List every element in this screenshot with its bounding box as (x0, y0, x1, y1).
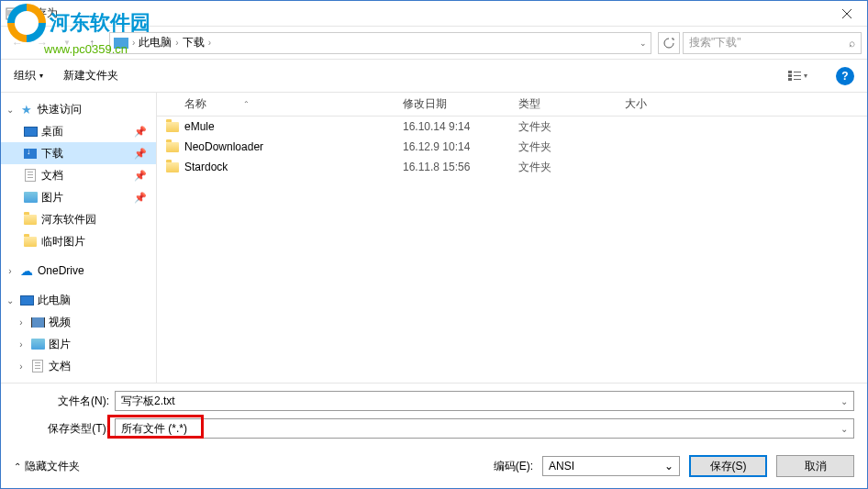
file-name: Stardock (184, 161, 228, 173)
pin-icon: 📌 (134, 192, 147, 204)
breadcrumb-root[interactable]: 此电脑 (139, 35, 172, 50)
chevron-right-icon[interactable]: › (16, 361, 27, 372)
video-icon (31, 317, 45, 328)
column-date[interactable]: 修改日期 (394, 96, 509, 112)
bottom-panel: 文件名(N): 写字板2.txt ⌄ 保存类型(T): 所有文件 (*.*) ⌄… (1, 383, 867, 488)
help-button[interactable]: ? (836, 67, 854, 85)
main-area: ⌄ ★ 快速访问 桌面 📌 下载 📌 文档 📌 图片 (1, 93, 867, 383)
hide-folders-button[interactable]: ⌃ 隐藏文件夹 (14, 459, 80, 474)
pictures-icon (31, 339, 45, 350)
search-input[interactable]: 搜索"下载" ⌕ (683, 32, 862, 54)
chevron-right-icon[interactable]: › (16, 317, 27, 328)
chevron-down-icon[interactable]: ⌄ (5, 295, 16, 306)
svg-rect-4 (794, 72, 801, 72)
column-label: 大小 (625, 97, 647, 110)
desktop-icon (24, 127, 38, 137)
view-options-button[interactable]: ▾ (779, 65, 816, 87)
filename-label: 文件名(N): (14, 394, 115, 409)
tree-label: 此电脑 (38, 293, 71, 308)
tree-pictures2[interactable]: › 图片 (1, 333, 156, 355)
title-bar: 另存为 (1, 1, 867, 27)
column-label: 修改日期 (403, 97, 447, 110)
new-folder-button[interactable]: 新建文件夹 (63, 68, 118, 83)
svg-rect-3 (788, 78, 792, 81)
folder-icon (166, 162, 179, 172)
save-label: 保存(S) (710, 459, 747, 474)
nav-recent-button[interactable]: ▼ (56, 32, 78, 54)
file-name: eMule (184, 120, 215, 133)
folder-icon (166, 122, 179, 132)
encoding-value: ANSI (549, 460, 574, 472)
close-icon (842, 9, 851, 18)
chevron-right-icon[interactable]: › (5, 266, 16, 276)
hide-folders-label: 隐藏文件夹 (25, 459, 80, 474)
tree-label: 文档 (49, 359, 71, 374)
file-type: 文件夹 (509, 119, 616, 135)
file-row[interactable]: Stardock 16.11.8 15:56 文件夹 (157, 157, 867, 177)
chevron-right-icon[interactable]: › (16, 339, 27, 350)
filetype-select[interactable]: 所有文件 (*.*) ⌄ (115, 418, 854, 439)
organize-button[interactable]: 组织 ▾ (14, 68, 43, 83)
close-button[interactable] (826, 1, 867, 27)
window-title: 另存为 (25, 6, 58, 21)
column-size[interactable]: 大小 (616, 96, 689, 112)
chevron-down-icon[interactable]: ⌄ (840, 396, 848, 406)
refresh-icon (663, 38, 674, 49)
tree-onedrive[interactable]: › ☁ OneDrive (1, 260, 156, 282)
save-button[interactable]: 保存(S) (689, 455, 767, 477)
tree-hedong[interactable]: 河东软件园 (1, 208, 156, 230)
file-type: 文件夹 (509, 160, 616, 175)
column-label: 类型 (518, 97, 540, 110)
tree-pictures[interactable]: 图片 📌 (1, 186, 156, 208)
filetype-label: 保存类型(T): (14, 421, 115, 437)
breadcrumb-current[interactable]: 下载 (183, 35, 205, 50)
file-row[interactable]: NeoDownloader 16.12.9 10:14 文件夹 (157, 137, 867, 157)
cancel-button[interactable]: 取消 (776, 455, 854, 477)
chevron-down-icon[interactable]: ⌄ (5, 105, 16, 115)
downloads-icon (24, 149, 37, 159)
tree-documents[interactable]: 文档 📌 (1, 164, 156, 186)
chevron-down-icon[interactable]: ⌄ (840, 424, 848, 434)
svg-rect-6 (794, 79, 801, 80)
tree-quick-access[interactable]: ⌄ ★ 快速访问 (1, 98, 156, 120)
encoding-select[interactable]: ANSI ⌄ (542, 456, 680, 476)
sort-indicator-icon: ⌃ (243, 100, 250, 108)
filetype-value: 所有文件 (*.*) (121, 421, 187, 437)
tree-downloads[interactable]: 下载 📌 (1, 142, 156, 164)
address-bar[interactable]: › 此电脑 › 下载 › ⌄ (109, 32, 651, 54)
pictures-icon (24, 192, 38, 203)
tree-this-pc[interactable]: ⌄ 此电脑 (1, 289, 156, 311)
filename-input[interactable]: 写字板2.txt ⌄ (115, 391, 854, 411)
cancel-label: 取消 (805, 459, 827, 474)
app-icon (5, 6, 19, 21)
chevron-down-icon[interactable]: ⌄ (640, 39, 647, 48)
file-date: 16.12.9 10:14 (394, 140, 509, 153)
search-icon: ⌕ (849, 37, 855, 50)
file-row[interactable]: eMule 16.10.14 9:14 文件夹 (157, 117, 867, 137)
column-name[interactable]: 名称 ⌃ (157, 96, 394, 112)
file-name: NeoDownloader (184, 140, 263, 153)
nav-back-button[interactable]: ← (6, 32, 28, 54)
file-list[interactable]: 名称 ⌃ 修改日期 类型 大小 eMule 16.10.14 9:14 文件夹 … (157, 93, 867, 383)
tree-temp-pic[interactable]: 临时图片 (1, 230, 156, 252)
file-type: 文件夹 (509, 139, 616, 155)
star-icon: ★ (19, 102, 34, 117)
nav-forward-button[interactable]: → (31, 32, 53, 54)
chevron-right-icon: › (175, 38, 178, 48)
navigation-tree[interactable]: ⌄ ★ 快速访问 桌面 📌 下载 📌 文档 📌 图片 (1, 93, 157, 383)
tree-desktop[interactable]: 桌面 📌 (1, 120, 156, 142)
view-icon (788, 71, 801, 82)
tree-video[interactable]: › 视频 (1, 311, 156, 333)
new-folder-label: 新建文件夹 (63, 68, 118, 83)
svg-rect-5 (794, 75, 801, 76)
save-as-dialog: 河东软件园 www.pc0359.cn 另存为 ← → ▼ ↑ › 此电脑 › … (0, 0, 868, 489)
filename-value: 写字板2.txt (121, 394, 175, 409)
tree-documents2[interactable]: › 文档 (1, 355, 156, 377)
svg-rect-1 (788, 71, 792, 73)
encoding-label: 编码(E): (494, 459, 533, 474)
toolbar: 组织 ▾ 新建文件夹 ▾ ? (1, 60, 867, 93)
chevron-down-icon[interactable]: ⌄ (664, 460, 673, 472)
refresh-button[interactable] (658, 32, 680, 54)
column-type[interactable]: 类型 (509, 96, 616, 112)
nav-up-button[interactable]: ↑ (81, 32, 103, 54)
